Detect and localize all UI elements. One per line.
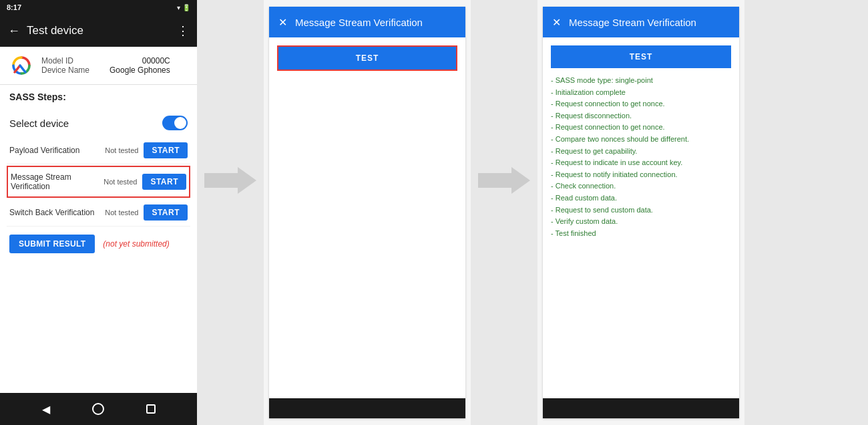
more-menu-button[interactable]: ⋮ bbox=[177, 23, 189, 38]
home-circle-icon bbox=[92, 403, 104, 415]
toolbar-title: Test device bbox=[27, 24, 83, 37]
select-device-toggle[interactable] bbox=[162, 116, 188, 130]
dialog-title-1: Message Stream Verification bbox=[295, 17, 456, 28]
step-row-payload: Payload Verification Not tested START bbox=[7, 137, 190, 164]
log-line-2: - Request connection to get nonce. bbox=[551, 98, 731, 110]
log-line-12: - Verify custom data. bbox=[551, 216, 731, 228]
log-line-9: - Check connection. bbox=[551, 180, 731, 192]
arrow-body-1 bbox=[204, 173, 238, 188]
device-info-section: Model ID 00000C Device Name Google Gphon… bbox=[0, 47, 197, 85]
status-icons: ▾ 🔋 bbox=[177, 4, 190, 11]
back-nav-button[interactable]: ◀ bbox=[37, 400, 55, 418]
log-line-7: - Request to indicate in use account key… bbox=[551, 157, 731, 169]
step-status-message-stream: Not tested bbox=[103, 178, 137, 186]
phone-screen: ← Test device ⋮ Model ID 00000C bbox=[0, 15, 197, 393]
step-name-message-stream: Message StreamVerification bbox=[11, 172, 98, 191]
status-time: 8:17 bbox=[7, 3, 21, 11]
step-status-switch-back: Not tested bbox=[105, 208, 138, 217]
submit-row: SUBMIT RESULT (not yet submitted) bbox=[0, 227, 197, 261]
arrow-shape-1 bbox=[204, 167, 256, 194]
log-line-8: - Request to notify initiated connection… bbox=[551, 169, 731, 181]
dialog-panel-1: ✕ Message Stream Verification TEST bbox=[269, 7, 465, 418]
phone-nav-bar: ◀ bbox=[0, 393, 197, 425]
dialog-title-2: Message Stream Verification bbox=[569, 17, 730, 28]
log-line-11: - Request to send custom data. bbox=[551, 204, 731, 217]
dialog-bottom-bar-1 bbox=[269, 398, 465, 418]
dialog-wrapper-2: ✕ Message Stream Verification TEST - SAS… bbox=[537, 0, 744, 425]
step-name-payload: Payload Verification bbox=[9, 146, 99, 155]
log-line-6: - Request to get capability. bbox=[551, 146, 731, 158]
arrow-head-1 bbox=[238, 167, 256, 194]
arrow-head-2 bbox=[511, 167, 530, 194]
test-button-1[interactable]: TEST bbox=[278, 47, 456, 69]
sass-section: SASS Steps: bbox=[0, 85, 197, 112]
log-line-4: - Request connection to get nonce. bbox=[551, 122, 731, 134]
status-bar: 8:17 ▾ 🔋 bbox=[0, 0, 197, 15]
recents-nav-button[interactable] bbox=[142, 400, 160, 418]
dialog-header-1: ✕ Message Stream Verification bbox=[269, 7, 465, 37]
dialog-bottom-bar-2 bbox=[543, 398, 739, 418]
dialog-content-2: TEST - SASS mode type: single-point- Ini… bbox=[543, 37, 739, 398]
arrow-shape-2 bbox=[478, 167, 530, 194]
dialog-panel-2: ✕ Message Stream Verification TEST - SAS… bbox=[543, 7, 739, 418]
test-button-2[interactable]: TEST bbox=[551, 45, 731, 68]
dialog-close-button-1[interactable]: ✕ bbox=[278, 16, 287, 29]
log-line-3: - Request disconnection. bbox=[551, 110, 731, 122]
start-button-payload[interactable]: START bbox=[144, 142, 188, 158]
step-name-switch-back: Switch Back Verification bbox=[9, 208, 99, 217]
log-line-13: - Test finished bbox=[551, 228, 731, 240]
model-value: 00000C bbox=[142, 56, 170, 65]
log-line-0: - SASS mode type: single-point bbox=[551, 75, 731, 87]
dialog-header-2: ✕ Message Stream Verification bbox=[543, 7, 739, 37]
step-status-payload: Not tested bbox=[105, 146, 138, 154]
sass-title: SASS Steps: bbox=[9, 92, 188, 102]
step-row-switch-back: Switch Back Verification Not tested STAR… bbox=[7, 199, 190, 227]
steps-list: Payload Verification Not tested START Me… bbox=[0, 137, 197, 227]
device-details: Model ID 00000C Device Name Google Gphon… bbox=[41, 56, 170, 75]
battery-icon: 🔋 bbox=[182, 4, 190, 11]
home-nav-button[interactable] bbox=[89, 400, 107, 418]
arrow-1 bbox=[197, 0, 264, 194]
submit-result-button[interactable]: SUBMIT RESULT bbox=[9, 235, 95, 253]
app-toolbar: ← Test device ⋮ bbox=[0, 15, 197, 47]
not-submitted-label: (not yet submitted) bbox=[103, 239, 169, 249]
log-line-5: - Compare two nonces should be different… bbox=[551, 134, 731, 146]
select-device-label: Select device bbox=[9, 118, 69, 129]
arrow-2 bbox=[471, 0, 537, 194]
start-button-message-stream[interactable]: START bbox=[142, 174, 186, 190]
model-label: Model ID bbox=[41, 56, 73, 65]
log-line-1: - Initialization complete bbox=[551, 87, 731, 99]
log-line-10: - Read custom data. bbox=[551, 192, 731, 204]
arrow-body-2 bbox=[478, 173, 511, 188]
dialog-wrapper-1: ✕ Message Stream Verification TEST bbox=[264, 0, 471, 425]
toolbar-left: ← Test device bbox=[8, 24, 83, 38]
phone-frame: 8:17 ▾ 🔋 ← Test device ⋮ bbox=[0, 0, 197, 425]
dialog-close-button-2[interactable]: ✕ bbox=[552, 16, 561, 29]
dialog-log: - SASS mode type: single-point- Initiali… bbox=[551, 75, 731, 239]
start-button-switch-back[interactable]: START bbox=[144, 204, 188, 221]
select-device-row: Select device bbox=[0, 112, 197, 134]
device-name-value: Google Gphones bbox=[110, 65, 170, 75]
dialog-content-1: TEST bbox=[269, 37, 465, 398]
step-row-message-stream: Message StreamVerification Not tested ST… bbox=[7, 166, 190, 198]
wifi-icon: ▾ bbox=[177, 4, 180, 11]
test-button-container-1: TEST bbox=[277, 45, 457, 71]
recents-square-icon bbox=[146, 404, 156, 414]
device-logo bbox=[9, 53, 33, 78]
device-name-label: Device Name bbox=[41, 65, 89, 75]
back-button[interactable]: ← bbox=[8, 24, 20, 38]
